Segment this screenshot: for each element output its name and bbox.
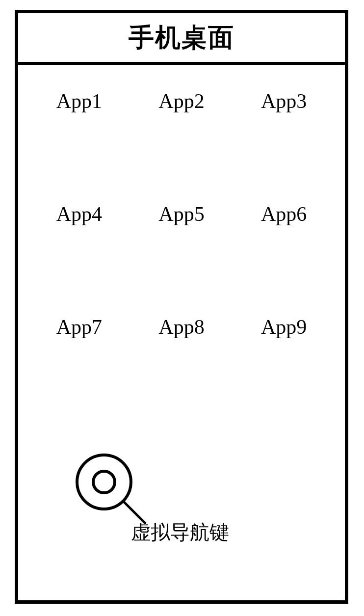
app-icon-5[interactable]: App5 <box>137 202 226 226</box>
app-icon-2[interactable]: App2 <box>137 89 226 113</box>
app-row: App1 App2 App3 <box>18 89 345 113</box>
app-icon-9[interactable]: App9 <box>240 315 328 339</box>
app-icon-3[interactable]: App3 <box>240 89 328 113</box>
app-icon-1[interactable]: App1 <box>35 89 123 113</box>
app-icon-4[interactable]: App4 <box>35 202 123 226</box>
app-icon-8[interactable]: App8 <box>137 315 226 339</box>
svg-point-1 <box>93 471 115 493</box>
app-icon-6[interactable]: App6 <box>240 202 328 226</box>
virtual-nav-area: 虚拟导航键 <box>67 445 263 568</box>
page-title: 手机桌面 <box>129 21 234 55</box>
phone-frame: 手机桌面 App1 App2 App3 App4 App5 App6 App7 … <box>15 10 348 604</box>
svg-point-0 <box>77 455 131 509</box>
app-icon-7[interactable]: App7 <box>35 315 123 339</box>
header-bar: 手机桌面 <box>18 13 345 65</box>
app-grid: App1 App2 App3 App4 App5 App6 App7 App8 … <box>18 65 345 408</box>
app-row: App4 App5 App6 <box>18 202 345 226</box>
virtual-nav-key-label: 虚拟导航键 <box>131 519 229 546</box>
app-row: App7 App8 App9 <box>18 315 345 339</box>
